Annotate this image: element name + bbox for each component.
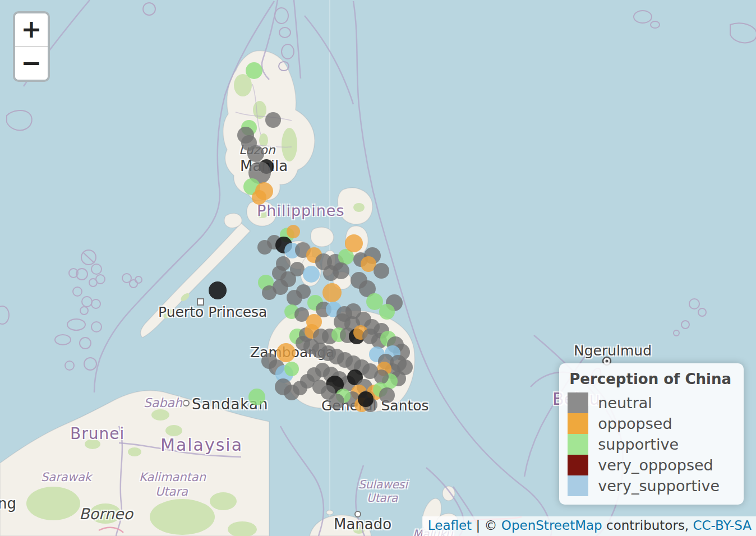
legend-swatch-supportive (568, 434, 588, 455)
zoom-out-button[interactable]: − (15, 46, 48, 80)
data-marker-oppopsed[interactable] (322, 283, 342, 302)
leaflet-link[interactable]: Leaflet (428, 518, 472, 533)
legend-swatch-very_oppopsed (568, 455, 588, 475)
data-marker-neutral[interactable] (296, 336, 310, 350)
data-marker-neutral[interactable] (247, 145, 264, 162)
legend-swatch-very_supportive (568, 475, 588, 496)
data-marker-neutral[interactable] (257, 240, 272, 255)
data-marker-neutral[interactable] (265, 112, 281, 128)
zoom-control: + − (13, 11, 50, 82)
legend-item-very_oppopsed: very_oppopsed (568, 455, 731, 475)
data-marker-neutral[interactable] (374, 263, 389, 279)
legend-label: neutral (598, 394, 652, 412)
data-marker-neutral[interactable] (323, 265, 339, 281)
legend-label: very_supportive (598, 477, 720, 495)
legend-swatch-oppopsed (568, 413, 588, 434)
osm-link[interactable]: OpenStreetMap (501, 518, 602, 533)
data-marker-black[interactable] (358, 391, 374, 407)
data-marker-oppopsed[interactable] (345, 234, 363, 252)
data-marker-black[interactable] (209, 281, 227, 299)
legend-item-neutral: neutral (568, 392, 731, 413)
data-marker-oppopsed[interactable] (287, 225, 300, 238)
data-marker-supportive[interactable] (379, 304, 395, 320)
legend-label: oppopsed (598, 415, 672, 432)
legend-item-oppopsed: oppopsed (568, 413, 731, 434)
legend-item-very_supportive: very_supportive (568, 475, 731, 496)
data-marker-oppopsed[interactable] (252, 190, 266, 205)
data-marker-oppopsed[interactable] (276, 343, 296, 362)
data-marker-neutral[interactable] (273, 279, 288, 295)
data-marker-supportive[interactable] (248, 389, 265, 405)
legend-title: Perception of China (569, 371, 731, 387)
legend-items: neutraloppopsedsupportivevery_oppopsedve… (568, 392, 731, 496)
legend-item-supportive: supportive (568, 434, 731, 455)
data-marker-neutral[interactable] (379, 387, 395, 403)
legend-panel: Perception of China neutraloppopsedsuppo… (559, 363, 744, 505)
data-marker-supportive[interactable] (246, 62, 262, 79)
data-marker-neutral[interactable] (312, 380, 327, 394)
data-marker-supportive[interactable] (284, 362, 299, 376)
legend-label: very_oppopsed (598, 456, 713, 474)
license-link[interactable]: CC-BY-SA (693, 518, 752, 533)
attribution-divider: | (476, 518, 480, 533)
leaflet-map[interactable]: LuzonManilaPhilippinesPuerto PrincesaZam… (0, 0, 756, 536)
legend-label: supportive (598, 436, 679, 453)
data-marker-very_supportive[interactable] (303, 266, 320, 283)
legend-swatch-neutral (568, 392, 588, 413)
attribution-bar: Leaflet | © OpenStreetMap contributors, … (422, 516, 756, 536)
copyright-symbol: © (485, 518, 497, 533)
contributors-text: contributors, (606, 518, 689, 533)
zoom-in-button[interactable]: + (15, 13, 48, 46)
data-marker-neutral[interactable] (296, 284, 311, 299)
